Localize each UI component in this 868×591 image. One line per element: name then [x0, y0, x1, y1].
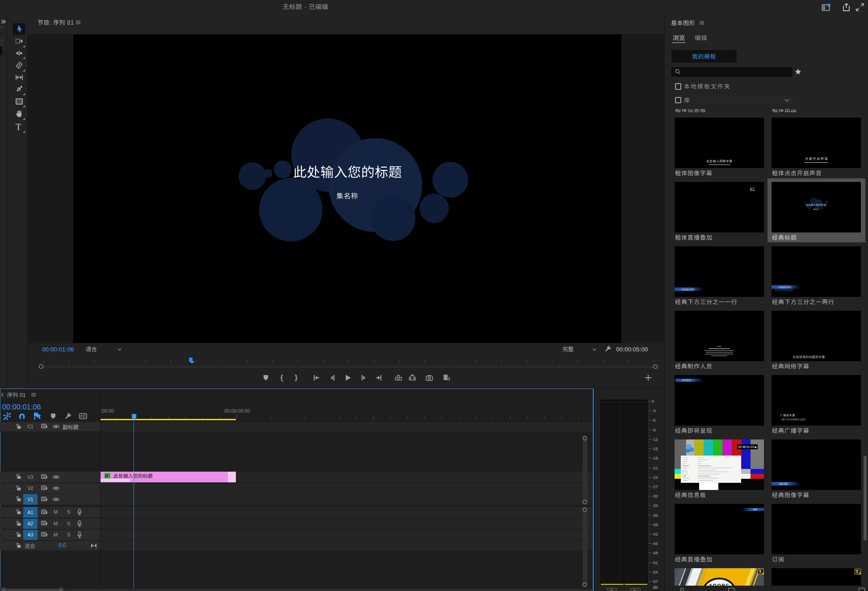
svg-text:CC: CC [80, 414, 86, 418]
